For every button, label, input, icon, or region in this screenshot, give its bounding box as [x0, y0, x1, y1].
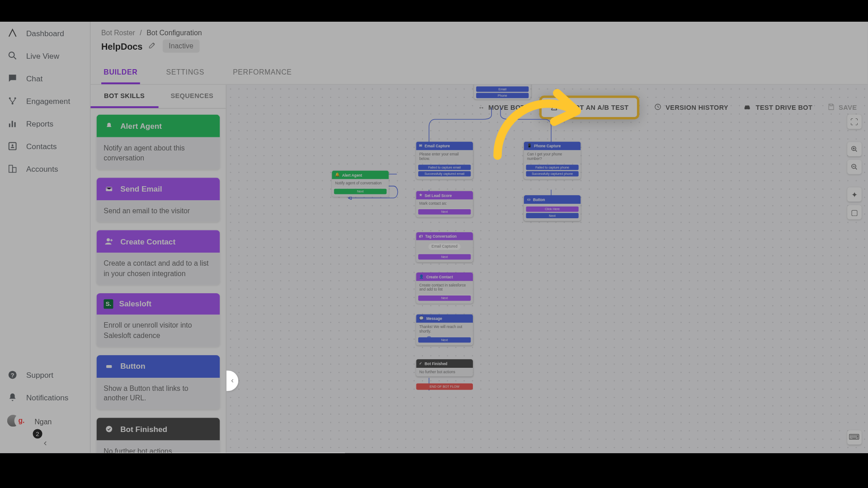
nav-label: Notifications [26, 393, 68, 402]
skill-create-contact[interactable]: Create Contact Create a contact and add … [97, 230, 220, 285]
nav-live-view[interactable]: Live View [0, 44, 90, 67]
nav-label: Dashboard [26, 28, 64, 38]
nav-label: Accounts [26, 164, 58, 174]
flow-node-lead-score[interactable]: ★Set Lead Score Mark contact as: Next [416, 191, 473, 218]
svg-rect-15 [106, 365, 112, 367]
help-icon: ? [7, 370, 18, 380]
mail-icon [104, 183, 114, 194]
svg-text:?: ? [11, 372, 14, 379]
nav-engagement[interactable]: Engagement [0, 89, 90, 112]
svg-point-3 [12, 103, 14, 104]
start-ab-test-button[interactable]: START AN A/B TEST [539, 95, 640, 119]
skill-button[interactable]: Button Show a Button that links to anoth… [97, 355, 220, 410]
skills-panel: BOT SKILLS SEQUENCES Alert Agent Notify … [90, 85, 226, 453]
flow-node-start[interactable]: to be contacted? Email Phone [474, 85, 531, 99]
svg-point-16 [106, 426, 112, 432]
svg-point-14 [107, 239, 110, 242]
flow-node-button[interactable]: ▭Button Click HereNext [524, 195, 581, 221]
svg-rect-10 [13, 168, 16, 173]
nav-chat[interactable]: Chat [0, 67, 90, 89]
flow-node-alert-agent[interactable]: 🔔Alert Agent Notify agent of conversatio… [332, 171, 389, 197]
user-badge: 2 [33, 429, 42, 439]
user-row[interactable]: g. Ngan 2 [0, 409, 90, 435]
logo-icon [7, 28, 18, 38]
canvas-toolbar: ↔ MOVE BOT START AN A/B TEST VERSION HIS… [478, 95, 857, 119]
breadcrumb: Bot Roster / Bot Configuration [101, 29, 857, 37]
flow-node-tag-conversation[interactable]: 🏷Tag Conversation Email Captured Next [416, 232, 473, 263]
flow-node-message[interactable]: 💬Message Thanks! We will reach out short… [416, 314, 473, 345]
eye-icon [7, 50, 18, 61]
svg-rect-4 [9, 123, 10, 127]
breadcrumb-parent[interactable]: Bot Roster [101, 29, 135, 37]
sidebar: Dashboard Live View Chat Engagement Repo… [0, 22, 90, 453]
skill-alert-agent[interactable]: Alert Agent Notify an agent about this c… [97, 115, 220, 169]
version-history-button[interactable]: VERSION HISTORY [654, 103, 728, 112]
star-icon: ★ [419, 193, 422, 197]
svg-point-2 [14, 97, 16, 99]
magic-button[interactable]: ✦ [847, 187, 862, 202]
chat-icon: 💬 [419, 316, 424, 320]
flow-node-create-contact[interactable]: 👤Create Contact Create contact in salesf… [416, 272, 473, 304]
nav-dashboard[interactable]: Dashboard [0, 22, 90, 44]
nav-contacts[interactable]: Contacts [0, 135, 90, 157]
person-add-icon: 👤 [419, 275, 424, 279]
save-button[interactable]: SAVE [827, 103, 857, 112]
svg-rect-9 [9, 165, 13, 173]
zoom-in-button[interactable] [847, 142, 862, 156]
flow-end-bar: END OF BOT FLOW [416, 383, 473, 389]
user-name: Ngan [34, 418, 52, 426]
nav-notifications[interactable]: Notifications [0, 386, 90, 409]
person-icon [7, 141, 18, 152]
breadcrumb-current: Bot Configuration [146, 29, 202, 37]
nav-label: Engagement [26, 96, 70, 105]
nav-reports[interactable]: Reports [0, 112, 90, 135]
flow-node-email-capture[interactable]: ✉Email Capture Please enter your email b… [416, 141, 473, 179]
history-icon [654, 103, 662, 112]
bar-chart-icon [7, 118, 18, 129]
svg-rect-5 [12, 121, 13, 127]
skill-salesloft[interactable]: S.Salesloft Enroll or unenroll visitor i… [97, 293, 220, 347]
bell-fill-icon [104, 121, 114, 131]
flow-canvas[interactable]: ↔ MOVE BOT START AN A/B TEST VERSION HIS… [226, 85, 868, 453]
bot-title: HelpDocs [101, 41, 142, 51]
building-icon [7, 164, 18, 174]
move-icon: ↔ [478, 104, 485, 111]
nav-label: Contacts [26, 142, 57, 151]
zoom-out-button[interactable] [847, 160, 862, 174]
save-icon [827, 103, 835, 112]
button-icon: ▭ [527, 197, 531, 202]
fullscreen-button[interactable]: ⛶ [847, 115, 862, 129]
nav-accounts[interactable]: Accounts [0, 158, 90, 180]
avatar-initial: g. [14, 413, 29, 428]
svg-rect-6 [14, 122, 16, 127]
test-drive-button[interactable]: TEST DRIVE BOT [743, 103, 813, 112]
skills-list: Alert Agent Notify an agent about this c… [90, 108, 226, 453]
nav-label: Reports [26, 119, 53, 128]
svg-point-18 [745, 108, 746, 109]
breadcrumb-sep: / [140, 29, 142, 37]
svg-point-0 [9, 52, 14, 57]
chat-icon [7, 73, 18, 84]
tab-bot-skills[interactable]: BOT SKILLS [90, 85, 158, 108]
center-button[interactable]: ▢ [847, 205, 862, 220]
sidebar-collapse[interactable] [0, 435, 90, 453]
tab-sequences[interactable]: SEQUENCES [158, 85, 226, 108]
tab-settings[interactable]: SETTINGS [164, 62, 207, 84]
flow-node-finished[interactable]: ✓Bot Finished No further bot actions [416, 359, 473, 376]
keyboard-button[interactable]: ⌨ [847, 430, 862, 445]
button-icon [104, 361, 114, 372]
branch-icon [7, 95, 18, 106]
bell-icon [7, 392, 18, 403]
move-bot-button[interactable]: ↔ MOVE BOT [478, 104, 525, 111]
main-tabs: BUILDER SETTINGS PERFORMANCE [101, 62, 857, 84]
nav-support[interactable]: ? Support [0, 364, 90, 386]
svg-point-19 [748, 108, 749, 109]
flow-node-phone-capture[interactable]: 📱Phone Capture Can I get your phone numb… [524, 141, 581, 179]
edit-icon[interactable] [148, 41, 156, 52]
status-chip: Inactive [163, 40, 199, 53]
skill-bot-finished[interactable]: Bot Finished No further bot actions [97, 418, 220, 453]
flask-icon [550, 103, 558, 112]
tab-builder[interactable]: BUILDER [101, 62, 140, 84]
skill-send-email[interactable]: Send Email Send an email to the visitor [97, 178, 220, 222]
tab-performance[interactable]: PERFORMANCE [231, 62, 294, 84]
